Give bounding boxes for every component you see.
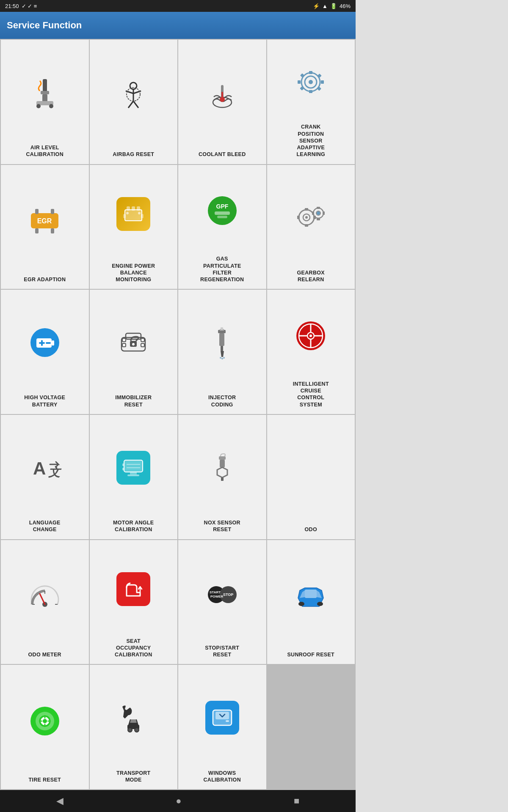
svg-rect-49 (305, 208, 308, 211)
cell-odo[interactable]: ODO (267, 415, 355, 539)
engine-power-label: ENGINE POWERBALANCEMONITORING (112, 263, 155, 283)
language-icon: A 文 (3, 419, 86, 516)
svg-rect-51 (297, 216, 300, 219)
seat-label: SEATOCCUPANCYCALIBRATION (115, 638, 152, 658)
stop-start-label: STOP/STARTRESET (205, 645, 239, 658)
nox-icon (181, 419, 264, 516)
svg-rect-37 (137, 206, 140, 211)
svg-rect-76 (219, 333, 224, 346)
windows-cal-icon (181, 669, 264, 766)
svg-rect-77 (221, 346, 223, 351)
coolant-label: COOLANT BLEED (199, 151, 246, 158)
immobilizer-icon (92, 294, 175, 391)
cell-crank-position[interactable]: CRANKPOSITIONSENSORADAPTIVELEARNING (267, 40, 355, 164)
svg-rect-56 (317, 207, 320, 209)
svg-rect-41 (141, 214, 144, 218)
svg-point-81 (223, 357, 225, 359)
cell-high-voltage-battery[interactable]: HIGH VOLTAGEBATTERY (1, 290, 89, 414)
gpf-label: GASPARTICULATEFILTERREGENERATION (200, 255, 244, 283)
language-label: LANGUAGECHANGE (29, 519, 61, 533)
svg-rect-101 (219, 456, 226, 460)
svg-text:文: 文 (48, 466, 62, 479)
crank-label: CRANKPOSITIONSENSORADAPTIVELEARNING (296, 123, 325, 158)
cell-tire-reset[interactable]: TIRE RESET (1, 665, 89, 789)
cruise-icon (270, 294, 353, 377)
injector-icon (181, 294, 264, 391)
cell-gearbox-relearn[interactable]: GEARBOXRELEARN (267, 165, 355, 289)
svg-point-48 (305, 216, 308, 219)
cruise-label: INTELLIGENTCRUISECONTROLSYSTEM (293, 381, 329, 408)
svg-point-74 (132, 343, 135, 346)
windows-label: WINDOWSCALIBRATION (204, 770, 241, 784)
bluetooth-icon: ⚡ (313, 3, 320, 9)
gpf-icon: GPF (181, 169, 264, 252)
battery-label: HIGH VOLTAGEBATTERY (24, 394, 65, 408)
svg-rect-58 (312, 211, 314, 215)
cell-intelligent-cruise[interactable]: INTELLIGENTCRUISECONTROLSYSTEM (267, 290, 355, 414)
cell-transport-mode[interactable]: TRANSPORTMODE (90, 665, 178, 789)
battery-icon: 🔋 (330, 3, 337, 9)
cell-windows-calibration[interactable]: WINDOWSCALIBRATION (178, 665, 266, 789)
svg-rect-31 (51, 209, 54, 214)
gearbox-label: GEARBOXRELEARN (297, 269, 325, 283)
svg-rect-44 (215, 211, 230, 215)
svg-text:POWER: POWER (210, 595, 223, 598)
svg-rect-104 (221, 477, 224, 481)
cell-sunroof-reset[interactable]: SUNROOF RESET (267, 540, 355, 664)
cell-airbag-reset[interactable]: AIRBAG RESET (90, 40, 178, 164)
svg-rect-20 (309, 71, 312, 74)
svg-point-4 (36, 104, 41, 108)
svg-line-106 (40, 594, 45, 604)
cell-motor-angle[interactable]: MOTOR ANGLECALIBRATION (90, 415, 178, 539)
nav-bar: ◀ ● ■ (0, 790, 356, 812)
cell-nox-sensor[interactable]: NOX SENSORRESET (178, 415, 266, 539)
cell-injector-coding[interactable]: INJECTORCODING (178, 290, 266, 414)
immobilizer-label: IMMOBILIZERRESET (115, 394, 152, 408)
svg-line-11 (133, 101, 138, 108)
odo-label: ODO (305, 526, 317, 533)
odo-text-icon (270, 419, 353, 523)
cell-odo-meter[interactable]: ODO METER (1, 540, 89, 664)
cell-stop-start[interactable]: START POWER STOP STOP/STARTRESET (178, 540, 266, 664)
svg-rect-35 (127, 206, 130, 211)
svg-rect-33 (51, 228, 54, 233)
svg-rect-16 (221, 92, 223, 99)
svg-rect-22 (298, 80, 301, 84)
svg-text:START: START (210, 590, 221, 594)
nav-recent-button[interactable]: ■ (284, 792, 309, 810)
cell-coolant-bleed[interactable]: COOLANT BLEED (178, 40, 266, 164)
odometer-icon (3, 544, 86, 648)
svg-rect-59 (323, 211, 325, 215)
svg-point-5 (49, 104, 53, 108)
cell-gpf-regen[interactable]: GPF GASPARTICULATEFILTERREGENERATION (178, 165, 266, 289)
transport-icon (92, 669, 175, 766)
cell-language-change[interactable]: A 文 LANGUAGECHANGE (1, 415, 89, 539)
engine-power-icon (92, 169, 175, 259)
egr-icon: EGR (3, 169, 86, 273)
service-function-grid: AIR LEVELCALIBRATION AIRBAG RESET (0, 39, 356, 790)
svg-rect-72 (141, 338, 144, 342)
page-title: Service Function (7, 20, 82, 31)
status-right: ⚡ ▲ 🔋 46% (313, 3, 351, 9)
gearbox-icon (270, 169, 353, 266)
injector-label: INJECTORCODING (208, 394, 236, 408)
svg-rect-70 (122, 338, 126, 342)
svg-rect-73 (141, 343, 144, 347)
signal-icon: ▲ (322, 3, 328, 9)
status-time: 21:50 (5, 3, 19, 9)
cell-immobilizer-reset[interactable]: IMMOBILIZERRESET (90, 290, 178, 414)
cell-air-level-calibration[interactable]: AIR LEVELCALIBRATION (1, 40, 89, 164)
nav-back-button[interactable]: ◀ (46, 792, 74, 810)
nav-home-button[interactable]: ● (166, 792, 191, 810)
air-level-icon (3, 44, 86, 141)
svg-point-118 (317, 602, 323, 606)
svg-text:STOP: STOP (223, 593, 233, 597)
svg-rect-132 (215, 712, 229, 719)
cell-egr-adaption[interactable]: EGR EGR ADAPTION (1, 165, 89, 289)
svg-point-38 (126, 212, 129, 214)
nox-label: NOX SENSORRESET (204, 519, 240, 533)
cell-seat-occupancy[interactable]: SEATOCCUPANCYCALIBRATION (90, 540, 178, 664)
cell-engine-power[interactable]: ENGINE POWERBALANCEMONITORING (90, 165, 178, 289)
svg-rect-50 (305, 224, 308, 227)
svg-point-80 (221, 358, 223, 359)
